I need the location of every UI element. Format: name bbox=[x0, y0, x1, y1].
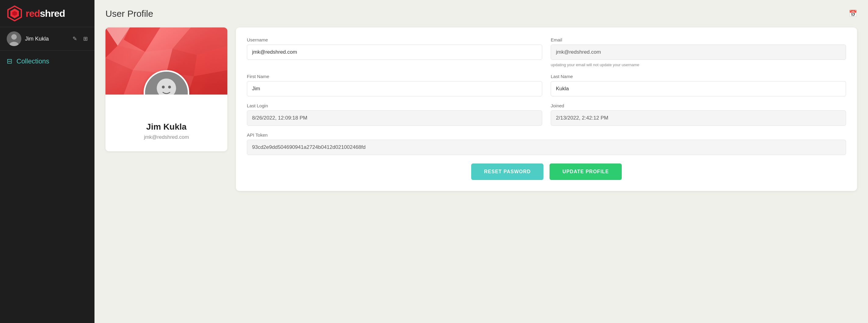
username-label: Username bbox=[247, 37, 542, 42]
firstname-input[interactable] bbox=[247, 81, 542, 96]
profile-email: jmk@redshred.com bbox=[112, 134, 221, 140]
lastlogin-label: Last Login bbox=[247, 103, 542, 108]
logo-icon bbox=[7, 5, 23, 21]
apitoken-label: API Token bbox=[247, 133, 846, 138]
row-dates: Last Login 8/26/2022, 12:09:18 PM Joined… bbox=[247, 103, 846, 126]
row-apitoken: API Token 93cd2e9dd504690941a2724b0412d0… bbox=[247, 133, 846, 155]
user-row: Jim Kukla ✎ ⊞ bbox=[0, 27, 94, 51]
apitoken-group: API Token 93cd2e9dd504690941a2724b0412d0… bbox=[247, 133, 846, 155]
page-header: User Profile 📅 bbox=[105, 8, 857, 19]
lastlogin-value: 8/26/2022, 12:09:18 PM bbox=[247, 110, 542, 126]
email-hint: updating your email will not update your… bbox=[551, 62, 846, 67]
email-label: Email bbox=[551, 37, 846, 42]
profile-container: Jim Kukla jmk@redshred.com Username Emai… bbox=[105, 27, 857, 191]
export-icon[interactable]: ⊞ bbox=[83, 35, 88, 42]
sidebar: redshred Jim Kukla ✎ ⊞ ⊟ Collections bbox=[0, 0, 94, 323]
profile-form: Username Email updating your email will … bbox=[236, 27, 857, 191]
firstname-group: First Name bbox=[247, 74, 542, 96]
lastname-group: Last Name bbox=[551, 74, 846, 96]
logo-text: redshred bbox=[26, 8, 65, 19]
row-name: First Name Last Name bbox=[247, 74, 846, 96]
email-input[interactable] bbox=[551, 45, 846, 60]
collections-icon: ⊟ bbox=[7, 57, 12, 65]
reset-password-button[interactable]: RESET PASWORD bbox=[471, 164, 544, 180]
user-name: Jim Kukla bbox=[25, 36, 66, 42]
logo-area: redshred bbox=[0, 0, 94, 27]
sidebar-item-label: Collections bbox=[17, 57, 50, 65]
update-profile-button[interactable]: UPDATE PROFILE bbox=[550, 164, 621, 180]
svg-point-4 bbox=[11, 34, 17, 40]
svg-point-22 bbox=[162, 86, 164, 88]
username-group: Username bbox=[247, 37, 542, 67]
profile-fullname: Jim Kukla bbox=[112, 122, 221, 132]
svg-point-23 bbox=[168, 86, 171, 88]
profile-card: Jim Kukla jmk@redshred.com bbox=[105, 27, 227, 151]
profile-banner bbox=[105, 27, 227, 94]
row-username-email: Username Email updating your email will … bbox=[247, 37, 846, 67]
email-group: Email updating your email will not updat… bbox=[551, 37, 846, 67]
page-title: User Profile bbox=[105, 8, 153, 19]
sidebar-item-collections[interactable]: ⊟ Collections bbox=[0, 51, 94, 72]
avatar bbox=[7, 31, 21, 46]
joined-label: Joined bbox=[551, 103, 846, 108]
username-input[interactable] bbox=[247, 45, 542, 60]
apitoken-value: 93cd2e9dd504690941a2724b0412d021002468fd bbox=[247, 140, 846, 155]
lastname-input[interactable] bbox=[551, 81, 846, 96]
joined-group: Joined 2/13/2022, 2:42:12 PM bbox=[551, 103, 846, 126]
lastname-label: Last Name bbox=[551, 74, 846, 79]
profile-info: Jim Kukla jmk@redshred.com bbox=[105, 94, 227, 151]
calendar-icon[interactable]: 📅 bbox=[849, 10, 857, 18]
lastlogin-group: Last Login 8/26/2022, 12:09:18 PM bbox=[247, 103, 542, 126]
form-actions: RESET PASWORD UPDATE PROFILE bbox=[247, 164, 846, 180]
firstname-label: First Name bbox=[247, 74, 542, 79]
main-content: User Profile 📅 bbox=[94, 0, 868, 323]
edit-icon[interactable]: ✎ bbox=[72, 35, 77, 42]
joined-value: 2/13/2022, 2:42:12 PM bbox=[551, 110, 846, 126]
